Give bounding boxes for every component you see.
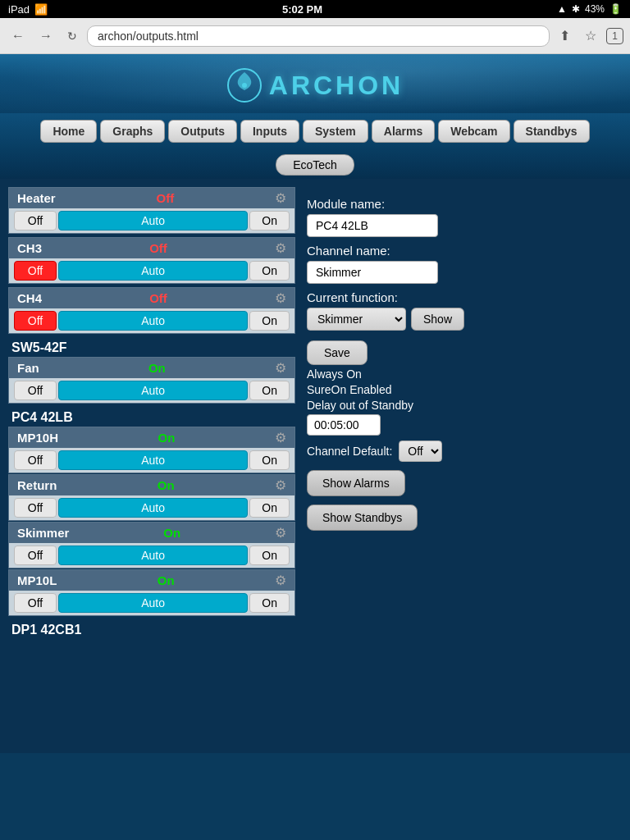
wifi-icon: 📶 bbox=[34, 3, 48, 16]
mp10l-auto-btn[interactable]: Auto bbox=[58, 593, 248, 613]
channel-mp10l-gear[interactable]: ⚙ bbox=[275, 573, 286, 588]
channel-ch3-gear[interactable]: ⚙ bbox=[275, 240, 286, 256]
return-on-btn[interactable]: On bbox=[249, 498, 290, 518]
status-bar: iPad 📶 5:02 PM ▲ ✱ 43% 🔋 bbox=[0, 0, 630, 18]
nav-alarms[interactable]: Alarms bbox=[372, 120, 435, 143]
channel-default-row: Channel Default: Off On bbox=[307, 441, 619, 462]
channel-ch3-label: CH3 bbox=[17, 241, 42, 255]
channel-return-gear[interactable]: ⚙ bbox=[275, 477, 286, 493]
channel-name-input[interactable] bbox=[307, 261, 438, 284]
channel-mp10h-gear[interactable]: ⚙ bbox=[275, 430, 286, 445]
skimmer-auto-btn[interactable]: Auto bbox=[58, 546, 248, 565]
show-standbys-button[interactable]: Show Standbys bbox=[307, 504, 418, 531]
left-panel: Heater Off ⚙ Off Auto On CH3 Off ⚙ bbox=[8, 187, 295, 745]
mp10h-off-btn[interactable]: Off bbox=[14, 450, 57, 470]
channel-mp10l-controls: Off Auto On bbox=[9, 591, 294, 615]
forward-button[interactable]: → bbox=[34, 25, 57, 47]
save-button[interactable]: Save bbox=[307, 340, 368, 365]
nav-inputs[interactable]: Inputs bbox=[240, 120, 299, 143]
svg-point-1 bbox=[242, 83, 247, 88]
module-name-input[interactable] bbox=[307, 214, 438, 237]
channel-ch4: CH4 Off ⚙ Off Auto On bbox=[8, 287, 295, 334]
channel-return: Return On ⚙ Off Auto On bbox=[8, 474, 295, 521]
module-group-ch3: CH3 Off ⚙ Off Auto On bbox=[8, 237, 295, 284]
logo-text: ARCHON bbox=[269, 71, 404, 101]
ch3-auto-btn[interactable]: Auto bbox=[58, 261, 248, 281]
channel-fan-gear[interactable]: ⚙ bbox=[275, 360, 286, 376]
channel-fan-label: Fan bbox=[17, 361, 39, 375]
channel-fan-header: Fan On ⚙ bbox=[9, 358, 294, 378]
channel-heater: Heater Off ⚙ Off Auto On bbox=[8, 187, 295, 234]
mp10l-off-btn[interactable]: Off bbox=[14, 593, 57, 613]
mp10h-on-btn[interactable]: On bbox=[249, 450, 290, 470]
channel-heater-status: Off bbox=[157, 191, 175, 205]
browser-bar: ← → ↻ ⬆ ☆ 1 bbox=[0, 18, 630, 54]
channel-skimmer-label: Skimmer bbox=[17, 526, 69, 540]
channel-default-label: Channel Default: bbox=[307, 445, 392, 458]
show-function-button[interactable]: Show bbox=[411, 308, 464, 331]
channel-heater-gear[interactable]: ⚙ bbox=[275, 190, 286, 206]
ch3-on-btn[interactable]: On bbox=[249, 261, 290, 281]
channel-fan-controls: Off Auto On bbox=[9, 378, 294, 403]
nav-bar: Home Graphs Outputs Inputs System Alarms… bbox=[0, 113, 630, 149]
ch4-off-btn[interactable]: Off bbox=[14, 311, 57, 331]
nav-system[interactable]: System bbox=[303, 120, 368, 143]
back-button[interactable]: ← bbox=[7, 25, 30, 47]
channel-heater-header: Heater Off ⚙ bbox=[9, 188, 294, 208]
ch3-off-btn[interactable]: Off bbox=[14, 261, 57, 281]
channel-default-select[interactable]: Off On bbox=[399, 441, 442, 462]
sureon-label: SureOn Enabled bbox=[307, 383, 619, 396]
function-select[interactable]: Skimmer Always On Return Pump bbox=[307, 308, 406, 331]
main-content: Heater Off ⚙ Off Auto On CH3 Off ⚙ bbox=[0, 179, 630, 753]
channel-return-status: On bbox=[158, 478, 175, 492]
return-auto-btn[interactable]: Auto bbox=[58, 498, 248, 518]
module-group-heater: Heater Off ⚙ Off Auto On bbox=[8, 187, 295, 234]
channel-skimmer-controls: Off Auto On bbox=[9, 543, 294, 568]
reload-button[interactable]: ↻ bbox=[62, 26, 82, 46]
return-off-btn[interactable]: Off bbox=[14, 498, 57, 518]
show-alarms-button[interactable]: Show Alarms bbox=[307, 470, 405, 496]
channel-ch4-controls: Off Auto On bbox=[9, 308, 294, 333]
nav-webcam[interactable]: Webcam bbox=[438, 120, 509, 143]
nav-home[interactable]: Home bbox=[40, 120, 97, 143]
channel-ch4-label: CH4 bbox=[17, 291, 42, 305]
channel-ch4-gear[interactable]: ⚙ bbox=[275, 290, 286, 306]
channel-ch4-status: Off bbox=[149, 291, 167, 305]
ch4-on-btn[interactable]: On bbox=[249, 311, 290, 331]
channel-fan-status: On bbox=[148, 361, 166, 375]
mp10l-on-btn[interactable]: On bbox=[249, 593, 290, 613]
nav-standbys[interactable]: Standbys bbox=[514, 120, 590, 143]
channel-skimmer: Skimmer On ⚙ Off Auto On bbox=[8, 522, 295, 568]
tab-count-button[interactable]: 1 bbox=[606, 28, 623, 44]
channel-fan: Fan On ⚙ Off Auto On bbox=[8, 357, 295, 404]
bookmark-icon[interactable]: ☆ bbox=[580, 25, 601, 47]
channel-skimmer-gear[interactable]: ⚙ bbox=[275, 525, 286, 541]
channel-ch4-header: CH4 Off ⚙ bbox=[9, 288, 294, 308]
skimmer-off-btn[interactable]: Off bbox=[14, 546, 57, 565]
heater-auto-btn[interactable]: Auto bbox=[58, 211, 248, 231]
battery-icon: 🔋 bbox=[609, 3, 622, 15]
nav-graphs[interactable]: Graphs bbox=[100, 120, 165, 143]
module-group-ch4: CH4 Off ⚙ Off Auto On bbox=[8, 287, 295, 334]
channel-mp10h-status: On bbox=[158, 431, 176, 445]
nav-outputs[interactable]: Outputs bbox=[168, 120, 237, 143]
ecotech-button[interactable]: EcoTech bbox=[276, 154, 354, 176]
channel-name-label: Channel name: bbox=[307, 244, 619, 258]
delay-input[interactable] bbox=[307, 414, 381, 436]
channel-heater-label: Heater bbox=[17, 191, 56, 205]
ch4-auto-btn[interactable]: Auto bbox=[58, 311, 248, 331]
url-input[interactable] bbox=[87, 25, 550, 47]
mp10h-auto-btn[interactable]: Auto bbox=[58, 450, 248, 470]
fan-auto-btn[interactable]: Auto bbox=[58, 381, 248, 400]
heater-off-btn[interactable]: Off bbox=[14, 211, 57, 231]
status-right: ▲ ✱ 43% 🔋 bbox=[557, 3, 622, 15]
channel-skimmer-header: Skimmer On ⚙ bbox=[9, 523, 294, 543]
skimmer-on-btn[interactable]: On bbox=[249, 546, 290, 565]
channel-return-controls: Off Auto On bbox=[9, 495, 294, 520]
fan-on-btn[interactable]: On bbox=[249, 381, 290, 400]
share-icon[interactable]: ⬆ bbox=[555, 25, 575, 47]
channel-mp10h-label: MP10H bbox=[17, 431, 58, 445]
heater-on-btn[interactable]: On bbox=[249, 211, 290, 231]
delay-label: Delay out of Standby bbox=[307, 399, 619, 412]
fan-off-btn[interactable]: Off bbox=[14, 381, 57, 400]
